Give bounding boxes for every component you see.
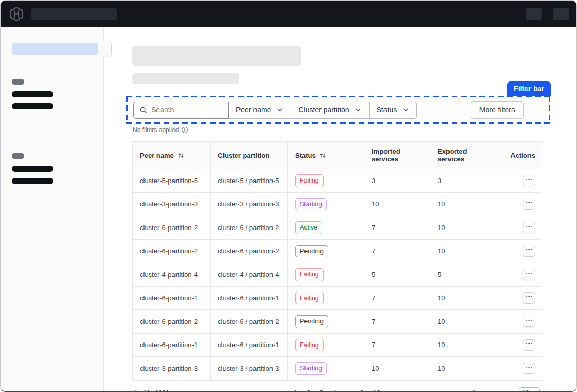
peer-name-cell: cluster-6-partition-2 bbox=[133, 216, 211, 240]
page-title-skeleton bbox=[132, 46, 301, 66]
cluster-partition-cell: cluster-4 / partition-4 bbox=[211, 263, 288, 287]
column-label: Peer name bbox=[140, 152, 174, 159]
items-per-page-select[interactable]: 10 bbox=[519, 387, 540, 392]
exported-services-cell: 10 bbox=[430, 239, 496, 263]
pagination-prev-button[interactable]: ‹ bbox=[279, 388, 288, 392]
peer-name-cell: cluster-6-partition-2 bbox=[133, 310, 211, 334]
top-navigation-bar bbox=[1, 1, 576, 27]
exported-services-cell: 5 bbox=[430, 263, 496, 287]
column-label: Cluster partition bbox=[218, 152, 269, 159]
pagination-page-9[interactable]: 9 bbox=[357, 387, 367, 392]
chevron-down-icon bbox=[355, 106, 362, 113]
exported-services-cell: 3 bbox=[430, 169, 496, 193]
topnav-skeleton-placeholder bbox=[31, 8, 117, 20]
column-header-peer-name[interactable]: Peer name bbox=[133, 142, 211, 169]
exported-services-cell: 10 bbox=[430, 216, 496, 240]
status-cell: Failing bbox=[288, 333, 364, 357]
peer-name-cell: cluster-6-partition-2 bbox=[133, 239, 211, 263]
column-header-actions: Actions bbox=[496, 142, 542, 169]
cluster-partition-cell: cluster-6 / partition-2 bbox=[211, 216, 288, 240]
row-actions-button[interactable]: ⋯ bbox=[523, 292, 535, 304]
status-cell: Failing bbox=[288, 286, 364, 310]
hashicorp-logo-icon[interactable] bbox=[8, 5, 25, 23]
cluster-partition-cell: cluster-6 / partition-2 bbox=[211, 239, 288, 263]
sidebar-collapse-handle[interactable] bbox=[103, 41, 112, 57]
search-input[interactable] bbox=[151, 106, 222, 114]
status-cell: Starting bbox=[288, 357, 364, 381]
pagination-page-10[interactable]: 10 bbox=[370, 387, 384, 392]
filter-dropdown-status[interactable]: Status bbox=[370, 102, 418, 119]
sidebar-item-skeleton bbox=[12, 178, 53, 184]
chevron-down-icon bbox=[276, 106, 283, 113]
peer-name-cell: cluster-6-partition-1 bbox=[133, 333, 211, 357]
cluster-partition-cell: cluster-3 / partition-3 bbox=[211, 357, 288, 381]
status-cell: Pending bbox=[288, 310, 364, 334]
column-header-exported-services: Exported services bbox=[430, 142, 496, 169]
app-window: Filter bar Peer nameCluster partitionSta… bbox=[0, 0, 577, 392]
ellipsis-icon: ⋯ bbox=[526, 292, 533, 300]
sidebar-section-label-skeleton bbox=[12, 153, 24, 159]
search-field[interactable] bbox=[133, 102, 229, 119]
imported-services-cell: 10 bbox=[364, 357, 430, 381]
info-icon[interactable] bbox=[181, 126, 188, 134]
main-content: Filter bar Peer nameCluster partitionSta… bbox=[104, 27, 577, 392]
status-badge: Active bbox=[295, 221, 322, 234]
exported-services-cell: 10 bbox=[430, 357, 496, 381]
dropdown-label: Status bbox=[377, 106, 397, 114]
sort-icon bbox=[178, 152, 184, 159]
imported-services-cell: 10 bbox=[364, 192, 430, 216]
more-filters-button[interactable]: More filters bbox=[471, 101, 524, 119]
status-badge: Pending bbox=[295, 315, 328, 328]
filter-dropdown-cluster-partition[interactable]: Cluster partition bbox=[291, 102, 369, 119]
topnav-skeleton-button-1 bbox=[526, 8, 542, 20]
row-actions-button[interactable]: ⋯ bbox=[523, 222, 535, 233]
row-actions-button[interactable]: ⋯ bbox=[523, 339, 535, 351]
pagination-page-4[interactable]: 4 bbox=[329, 387, 340, 392]
sidebar-item-skeleton bbox=[12, 103, 53, 109]
items-per-page-label: Items per page bbox=[473, 389, 514, 392]
column-header-status[interactable]: Status bbox=[288, 142, 364, 169]
row-actions-button[interactable]: ⋯ bbox=[523, 246, 535, 257]
table-row: cluster-3-partition-3cluster-3 / partiti… bbox=[133, 357, 542, 381]
pagination-next-button[interactable]: › bbox=[386, 388, 395, 392]
pagination-page-2[interactable]: 2 bbox=[303, 387, 314, 392]
column-label: Status bbox=[295, 152, 316, 159]
peers-table: Peer nameCluster partitionStatusImported… bbox=[132, 141, 542, 381]
ellipsis-icon: ⋯ bbox=[526, 175, 533, 183]
filter-dropdown-peer-name[interactable]: Peer name bbox=[229, 102, 291, 119]
chevron-down-icon bbox=[402, 106, 409, 113]
dropdown-label: Peer name bbox=[236, 106, 271, 114]
row-actions-button[interactable]: ⋯ bbox=[523, 363, 535, 374]
pagination-page-1[interactable]: 1 bbox=[290, 387, 301, 392]
pagination-page-3[interactable]: 3 bbox=[316, 387, 327, 392]
sidebar-item-skeleton bbox=[12, 91, 53, 97]
cluster-partition-cell: cluster-6 / partition-1 bbox=[211, 333, 288, 357]
status-cell: Pending bbox=[288, 239, 364, 263]
no-filters-text: No filters applied bbox=[133, 126, 179, 134]
status-badge: Starting bbox=[295, 362, 327, 375]
row-actions-button[interactable]: ⋯ bbox=[523, 199, 535, 210]
table-row: cluster-4-partition-4cluster-4 / partiti… bbox=[133, 263, 542, 287]
pagination-ellipsis: … bbox=[342, 389, 355, 392]
exported-services-cell: 10 bbox=[430, 333, 496, 357]
ellipsis-icon: ⋯ bbox=[526, 246, 533, 253]
row-actions-button[interactable]: ⋯ bbox=[523, 269, 535, 280]
ellipsis-icon: ⋯ bbox=[526, 199, 533, 206]
column-header-imported-services: Imported services bbox=[364, 142, 430, 169]
exported-services-cell: 10 bbox=[430, 310, 496, 334]
table-row: cluster-6-partition-1cluster-6 / partiti… bbox=[133, 333, 542, 357]
status-badge: Pending bbox=[295, 245, 328, 258]
row-actions-button[interactable]: ⋯ bbox=[523, 316, 535, 327]
peer-name-cell: cluster-3-partition-3 bbox=[133, 192, 211, 216]
imported-services-cell: 7 bbox=[364, 216, 430, 240]
actions-cell: ⋯ bbox=[496, 333, 542, 357]
items-per-page-value: 10 bbox=[522, 389, 530, 392]
actions-cell: ⋯ bbox=[496, 286, 542, 310]
actions-cell: ⋯ bbox=[496, 239, 542, 263]
cluster-partition-cell: cluster-3 / partition-3 bbox=[211, 192, 288, 216]
peer-name-cell: cluster-4-partition-4 bbox=[133, 263, 211, 287]
imported-services-cell: 7 bbox=[364, 333, 430, 357]
row-actions-button[interactable]: ⋯ bbox=[523, 175, 535, 186]
table-row: cluster-6-partition-2cluster-6 / partiti… bbox=[133, 310, 542, 334]
actions-cell: ⋯ bbox=[496, 216, 542, 240]
